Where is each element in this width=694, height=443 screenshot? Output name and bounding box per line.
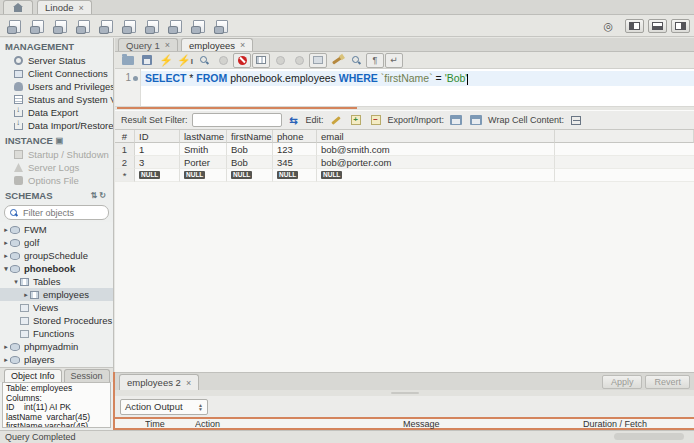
row-header[interactable]: * (115, 169, 135, 182)
tab-employees[interactable]: employees× (181, 38, 253, 51)
editor-code-area[interactable]: SELECT * FROM phonebook.employees WHERE … (141, 69, 694, 106)
table-row[interactable]: 1 1 Smith Bob 123 bob@smith.com (115, 143, 694, 156)
table-row[interactable]: 2 3 Porter Bob 345 bob@porter.com (115, 156, 694, 169)
sidebar-item-server-status[interactable]: Server Status (0, 54, 113, 67)
row-header[interactable]: 2 (115, 156, 135, 169)
tab-query-1[interactable]: Query 1× (118, 38, 178, 51)
refresh-button[interactable]: ⇆ (286, 113, 302, 127)
column-header-id[interactable]: ID (135, 130, 180, 143)
open-script-button[interactable] (119, 53, 137, 68)
edit-record-button[interactable] (328, 113, 344, 127)
sidebar-item-data-import[interactable]: Data Import/Restore (0, 119, 113, 132)
new-user-button[interactable] (165, 18, 186, 35)
chevron-right-icon[interactable]: ▸ (22, 291, 30, 299)
sidebar-item-users-privileges[interactable]: Users and Privileges (0, 80, 113, 93)
new-schema-button[interactable] (50, 18, 71, 35)
column-header-phone[interactable]: phone (273, 130, 317, 143)
tab-session[interactable]: Session (64, 369, 110, 382)
stop-on-error-toggle[interactable] (233, 53, 251, 68)
close-icon[interactable]: × (165, 40, 170, 50)
cell-phone[interactable]: 345 (273, 156, 317, 169)
output-splitter[interactable] (115, 390, 694, 396)
row-header[interactable]: 1 (115, 143, 135, 156)
export-records-button[interactable] (448, 113, 464, 127)
schema-filter[interactable] (4, 205, 109, 220)
column-header-lastname[interactable]: lastName (180, 130, 227, 143)
execute-current-button[interactable]: ⚡ (176, 53, 194, 68)
close-icon[interactable]: × (79, 3, 84, 13)
execute-button[interactable]: ⚡ (157, 53, 175, 68)
tree-item-phpmyadmin[interactable]: ▸phpmyadmin (0, 340, 113, 353)
column-header-firstname[interactable]: firstName (227, 130, 273, 143)
chevron-right-icon[interactable]: ▸ (2, 239, 10, 247)
chevron-right-icon[interactable]: ▸ (2, 343, 10, 351)
tree-item-functions[interactable]: Functions (0, 327, 113, 340)
cell-email[interactable]: bob@porter.com (317, 156, 555, 169)
cell-id[interactable]: 1 (135, 143, 180, 156)
cell-lastname[interactable]: Smith (180, 143, 227, 156)
new-function-button[interactable] (142, 18, 163, 35)
toggle-bottom-panel-button[interactable] (648, 19, 667, 33)
tab-object-info[interactable]: Object Info (4, 369, 62, 382)
chevron-right-icon[interactable]: ▸ (2, 252, 10, 260)
autocommit-toggle[interactable] (309, 53, 327, 68)
open-sql-script-button[interactable] (27, 18, 48, 35)
column-header-email[interactable]: email (317, 130, 555, 143)
cell-email[interactable]: bob@smith.com (317, 143, 555, 156)
tab-employees-2[interactable]: employees 2× (119, 374, 199, 390)
sidebar-item-options-file[interactable]: Options File (0, 174, 113, 187)
schema-filter-input[interactable] (21, 207, 103, 219)
tree-item-fwm[interactable]: ▸FWM (0, 223, 113, 236)
toggle-right-panel-button[interactable] (671, 19, 690, 33)
chevron-down-icon[interactable]: ▾ (2, 265, 10, 273)
table-row-new[interactable]: * NULL NULL NULL NULL NULL (115, 169, 694, 182)
new-connection-button[interactable] (4, 18, 25, 35)
cell-id[interactable]: 3 (135, 156, 180, 169)
tree-item-groupschedule[interactable]: ▸groupSchedule (0, 249, 113, 262)
connection-tab-linode[interactable]: Linode × (37, 0, 92, 14)
chevron-right-icon[interactable]: ▸ (2, 356, 10, 364)
sidebar-item-server-logs[interactable]: Server Logs (0, 161, 113, 174)
search-objects-button[interactable] (188, 18, 209, 35)
reconnect-dbms-button[interactable] (211, 18, 232, 35)
sidebar-splitter-highlight[interactable] (113, 372, 115, 430)
tree-item-players[interactable]: ▸players (0, 353, 113, 366)
sidebar-item-startup-shutdown[interactable]: Startup / Shutdown (0, 148, 113, 161)
tree-item-golf[interactable]: ▸golf (0, 236, 113, 249)
chevron-right-icon[interactable]: ▸ (2, 226, 10, 234)
cell-firstname[interactable]: Bob (227, 143, 273, 156)
horizontal-scrollbar[interactable] (614, 433, 684, 440)
new-view-button[interactable] (96, 18, 117, 35)
cell-null[interactable]: NULL (273, 169, 317, 182)
new-table-button[interactable] (73, 18, 94, 35)
output-column-time[interactable]: Time (145, 419, 195, 429)
output-column-message[interactable]: Message (403, 419, 583, 429)
find-button[interactable] (347, 53, 365, 68)
output-column-duration[interactable]: Duration / Fetch (583, 419, 694, 429)
import-records-button[interactable] (468, 113, 484, 127)
tree-item-stored-procedures[interactable]: Stored Procedures (0, 314, 113, 327)
sql-editor[interactable]: 1 SELECT * FROM phonebook.employees WHER… (115, 69, 694, 107)
output-selector[interactable]: Action Output ▲▼ (120, 399, 208, 415)
result-set-filter-input[interactable] (192, 113, 282, 127)
tree-item-tables[interactable]: ▾Tables (0, 275, 113, 288)
toggle-invisibles-button[interactable]: ¶ (366, 53, 384, 68)
close-icon[interactable]: × (240, 40, 245, 50)
toggle-wrap-button[interactable]: ↵ (385, 53, 403, 68)
limit-rows-button[interactable] (252, 53, 270, 68)
cell-null[interactable]: NULL (180, 169, 227, 182)
cell-phone[interactable]: 123 (273, 143, 317, 156)
chevron-down-icon[interactable]: ▾ (12, 278, 20, 286)
add-record-button[interactable]: + (348, 113, 364, 127)
new-stored-procedure-button[interactable] (119, 18, 140, 35)
cell-null[interactable]: NULL (317, 169, 555, 182)
wrap-cell-content-toggle[interactable] (568, 113, 584, 127)
cell-lastname[interactable]: Porter (180, 156, 227, 169)
save-script-button[interactable] (138, 53, 156, 68)
sidebar-item-client-connections[interactable]: Client Connections (0, 67, 113, 80)
apply-button[interactable]: Apply (602, 375, 643, 389)
cell-null[interactable]: NULL (227, 169, 273, 182)
close-icon[interactable]: × (186, 378, 191, 388)
tree-item-employees[interactable]: ▸employees (0, 288, 113, 301)
schemas-expand-icon[interactable]: ⇅↻ (91, 191, 108, 200)
